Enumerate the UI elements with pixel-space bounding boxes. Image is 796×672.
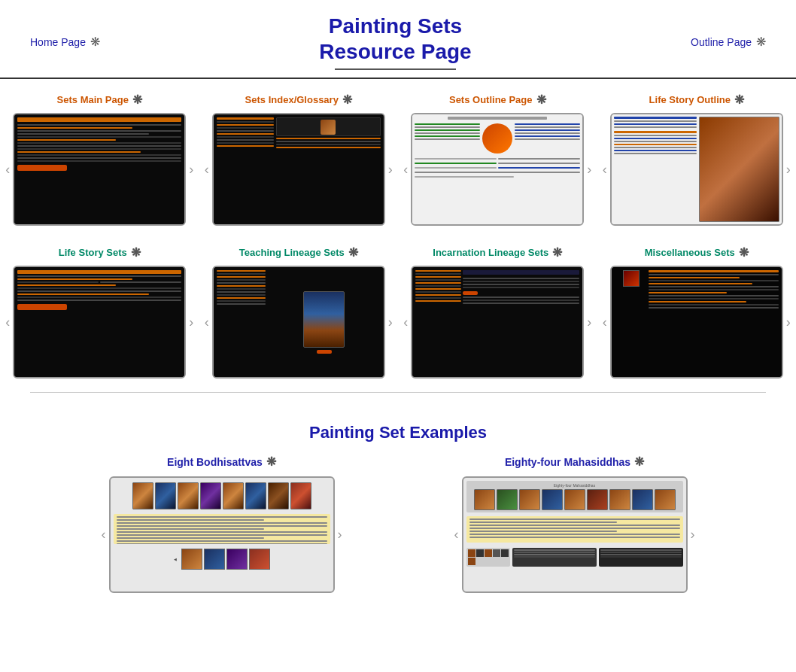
card-row-1: Sets Main Page ❋ ‹: [0, 87, 796, 232]
card-title-miscellaneous-sets: Miscellaneous Sets ❋: [645, 245, 749, 260]
card-life-story-sets: Life Story Sets ❋ ‹: [9, 245, 190, 379]
card-sets-index: Sets Index/Glossary ❋ ‹: [208, 93, 389, 226]
card-title-eight-bodhisattvas: Eight Bodhisattvas ❋: [167, 455, 276, 469]
arrow-right-life-story-sets[interactable]: ›: [186, 315, 196, 330]
snowflake-icon-left: ❋: [90, 35, 100, 49]
snowflake-sets-outline: ❋: [536, 93, 546, 107]
arrow-left-eight-bodhisattvas[interactable]: ‹: [99, 527, 109, 543]
card-title-life-story-sets: Life Story Sets ❋: [59, 245, 141, 260]
card-thumb-wrap-teaching-lineage-sets: ‹: [202, 266, 396, 379]
card-thumb-wrap-incarnation-lineage-sets: ‹: [400, 266, 594, 379]
card-label-teaching-lineage-sets: Teaching Lineage Sets: [239, 247, 345, 258]
snowflake-sets-index: ❋: [342, 93, 352, 107]
examples-section-title: Painting Set Examples: [15, 423, 781, 442]
snowflake-miscellaneous-sets: ❋: [739, 245, 749, 260]
card-incarnation-lineage-sets: Incarnation Lineage Sets ❋ ‹: [407, 245, 588, 379]
card-thumb-wrap-sets-main: ‹: [2, 113, 196, 226]
card-thumb-wrap-miscellaneous-sets: ‹: [600, 266, 794, 379]
arrow-left-miscellaneous-sets[interactable]: ‹: [600, 315, 610, 330]
examples-grid: Eight Bodhisattvas ❋ ‹: [15, 455, 781, 593]
arrow-right-sets-index[interactable]: ›: [385, 162, 396, 178]
card-thumb-wrap-life-story-sets: ‹ ›: [2, 266, 196, 379]
card-label-life-story-outline: Life Story Outline: [649, 94, 731, 105]
arrow-left-sets-main[interactable]: ‹: [2, 162, 13, 178]
arrow-left-life-story-outline[interactable]: ‹: [600, 162, 610, 178]
card-eight-bodhisattvas: Eight Bodhisattvas ❋ ‹: [105, 455, 339, 593]
thumb-life-story-outline[interactable]: [610, 113, 783, 226]
card-title-life-story-outline: Life Story Outline ❋: [649, 93, 744, 107]
arrow-right-sets-main[interactable]: ›: [186, 162, 196, 178]
arrow-left-eighty-four-mahasiddhas[interactable]: ‹: [451, 527, 462, 543]
page-title-block: Painting Sets Resource Page: [319, 14, 471, 70]
snowflake-life-story-sets: ❋: [131, 245, 141, 260]
card-sets-outline: Sets Outline Page ❋ ‹: [407, 93, 588, 226]
arrow-right-sets-outline[interactable]: ›: [584, 162, 594, 178]
card-miscellaneous-sets: Miscellaneous Sets ❋ ‹: [606, 245, 787, 379]
card-title-sets-index: Sets Index/Glossary ❋: [245, 93, 352, 107]
snowflake-life-story-outline: ❋: [734, 93, 744, 107]
snowflake-eighty-four-mahasiddhas: ❋: [634, 455, 644, 469]
arrow-left-life-story-sets[interactable]: ‹: [2, 315, 13, 330]
card-thumb-wrap-sets-outline: ‹: [400, 113, 594, 226]
snowflake-icon-right: ❋: [756, 35, 766, 49]
card-sets-main: Sets Main Page ❋ ‹: [9, 93, 190, 226]
card-thumb-wrap-sets-index: ‹: [202, 113, 396, 226]
arrow-left-sets-index[interactable]: ‹: [202, 162, 212, 178]
snowflake-incarnation-lineage-sets: ❋: [552, 245, 562, 260]
card-teaching-lineage-sets: Teaching Lineage Sets ❋ ‹: [208, 245, 389, 379]
arrow-right-incarnation-lineage-sets[interactable]: ›: [584, 315, 594, 330]
thumb-teaching-lineage-sets[interactable]: [212, 266, 385, 379]
card-row-2: Life Story Sets ❋ ‹: [0, 239, 796, 385]
card-label-eight-bodhisattvas: Eight Bodhisattvas: [167, 456, 263, 468]
snowflake-sets-main: ❋: [132, 93, 142, 107]
thumb-eighty-four-mahasiddhas[interactable]: Eighty-four Mahasiddhas: [462, 476, 688, 593]
card-label-incarnation-lineage-sets: Incarnation Lineage Sets: [433, 247, 548, 258]
arrow-right-miscellaneous-sets[interactable]: ›: [783, 315, 794, 330]
thumb-life-story-sets[interactable]: [13, 266, 186, 379]
arrow-left-teaching-lineage-sets[interactable]: ‹: [202, 315, 212, 330]
snowflake-eight-bodhisattvas: ❋: [266, 455, 276, 469]
card-thumb-wrap-life-story-outline: ‹: [600, 113, 794, 226]
page-title: Painting Sets Resource Page: [319, 14, 471, 64]
thumb-eight-bodhisattvas[interactable]: ◀: [109, 476, 335, 593]
card-thumb-wrap-eight-bodhisattvas: ‹: [99, 476, 345, 593]
card-label-life-story-sets: Life Story Sets: [59, 247, 127, 258]
snowflake-teaching-lineage-sets: ❋: [348, 245, 358, 260]
card-eighty-four-mahasiddhas: Eighty-four Mahasiddhas ❋ ‹ Eighty-four …: [458, 455, 691, 593]
page-header: Home Page ❋ Painting Sets Resource Page …: [0, 0, 796, 79]
examples-section: Painting Set Examples Eight Bodhisattvas…: [0, 400, 796, 608]
thumb-sets-main[interactable]: [13, 113, 186, 226]
card-label-sets-main: Sets Main Page: [57, 94, 129, 105]
card-label-sets-index: Sets Index/Glossary: [245, 94, 339, 105]
outline-page-link[interactable]: Outline Page: [691, 36, 752, 48]
card-title-sets-outline: Sets Outline Page ❋: [449, 93, 546, 107]
thumb-sets-outline[interactable]: [411, 113, 584, 226]
card-title-sets-main: Sets Main Page ❋: [57, 93, 142, 107]
nav-right: Outline Page ❋: [691, 35, 766, 49]
thumb-miscellaneous-sets[interactable]: [610, 266, 783, 379]
arrow-right-eighty-four-mahasiddhas[interactable]: ›: [688, 527, 698, 543]
card-title-incarnation-lineage-sets: Incarnation Lineage Sets ❋: [433, 245, 562, 260]
nav-left: Home Page ❋: [30, 35, 100, 49]
card-label-eighty-four-mahasiddhas: Eighty-four Mahasiddhas: [505, 456, 630, 468]
thumb-sets-index[interactable]: [212, 113, 385, 226]
card-label-miscellaneous-sets: Miscellaneous Sets: [645, 247, 735, 258]
arrow-left-incarnation-lineage-sets[interactable]: ‹: [400, 315, 411, 330]
card-thumb-wrap-eighty-four-mahasiddhas: ‹ Eighty-four Mahasiddhas: [451, 476, 698, 593]
arrow-right-eight-bodhisattvas[interactable]: ›: [335, 527, 345, 543]
section-divider: [30, 392, 766, 393]
arrow-left-sets-outline[interactable]: ‹: [400, 162, 411, 178]
card-title-eighty-four-mahasiddhas: Eighty-four Mahasiddhas ❋: [505, 455, 644, 469]
card-title-teaching-lineage-sets: Teaching Lineage Sets ❋: [239, 245, 358, 260]
home-page-link[interactable]: Home Page: [30, 36, 86, 48]
thumb-incarnation-lineage-sets[interactable]: [411, 266, 584, 379]
card-life-story-outline: Life Story Outline ❋ ‹: [606, 93, 787, 226]
arrow-right-teaching-lineage-sets[interactable]: ›: [385, 315, 396, 330]
card-label-sets-outline: Sets Outline Page: [449, 94, 533, 105]
arrow-right-life-story-outline[interactable]: ›: [783, 162, 794, 178]
